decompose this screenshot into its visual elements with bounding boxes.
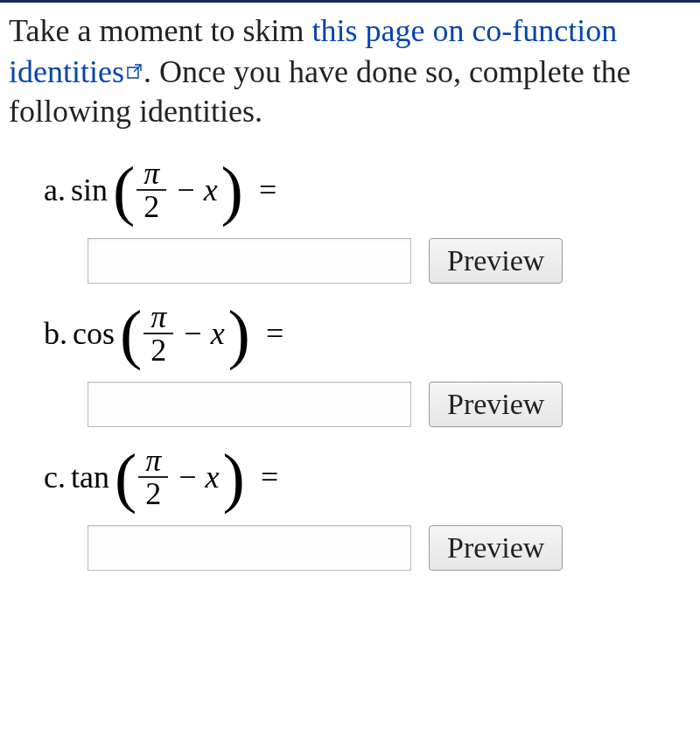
fraction-pi-2: π 2 xyxy=(136,158,166,222)
denominator: 2 xyxy=(138,476,168,509)
preview-button-c[interactable]: Preview xyxy=(429,525,563,571)
equation-b: b. cos ( π 2 − x ) = xyxy=(9,301,691,366)
function-name: cos xyxy=(73,315,115,352)
question-prompt: Take a moment to skim this page on co-fu… xyxy=(9,11,691,131)
answer-row-a: Preview xyxy=(9,238,691,284)
preview-button-a[interactable]: Preview xyxy=(429,238,563,284)
answer-row-b: Preview xyxy=(9,382,691,427)
external-link-icon xyxy=(126,51,144,90)
minus-sign: − xyxy=(184,315,201,352)
answer-row-c: Preview xyxy=(9,525,691,571)
fraction-pi-2: π 2 xyxy=(144,301,173,366)
function-name: sin xyxy=(71,172,108,208)
problem-b: b. cos ( π 2 − x ) = Preview xyxy=(9,301,691,427)
problem-c: c. tan ( π 2 − x ) = Preview xyxy=(9,445,691,571)
open-paren: ( xyxy=(113,160,135,220)
denominator: 2 xyxy=(136,189,166,222)
problem-a: a. sin ( π 2 − x ) = Preview xyxy=(9,158,691,284)
equals-sign: = xyxy=(259,172,276,208)
equals-sign: = xyxy=(266,315,284,352)
numerator: π xyxy=(145,301,172,333)
function-name: tan xyxy=(71,459,109,495)
numerator: π xyxy=(138,158,164,189)
variable-x: x xyxy=(204,172,218,208)
question-content: Take a moment to skim this page on co-fu… xyxy=(0,3,700,602)
variable-x: x xyxy=(211,315,225,352)
open-paren: ( xyxy=(120,304,142,363)
part-label: a. xyxy=(44,172,66,208)
part-label: b. xyxy=(44,315,67,352)
fraction-pi-2: π 2 xyxy=(138,445,168,509)
close-paren: ) xyxy=(221,160,243,220)
part-label: c. xyxy=(44,459,66,495)
minus-sign: − xyxy=(178,459,196,495)
equation-a: a. sin ( π 2 − x ) = xyxy=(9,158,691,222)
numerator: π xyxy=(140,445,166,476)
preview-button-b[interactable]: Preview xyxy=(429,382,563,427)
equals-sign: = xyxy=(261,459,278,495)
answer-input-c[interactable] xyxy=(88,525,411,571)
close-paren: ) xyxy=(228,304,250,363)
open-paren: ( xyxy=(115,447,136,507)
answer-input-b[interactable] xyxy=(88,382,411,427)
prompt-before: Take a moment to skim xyxy=(9,13,312,48)
close-paren: ) xyxy=(223,447,245,507)
variable-x: x xyxy=(206,459,220,495)
answer-input-a[interactable] xyxy=(88,238,411,284)
minus-sign: − xyxy=(177,172,194,208)
equation-c: c. tan ( π 2 − x ) = xyxy=(9,445,691,509)
denominator: 2 xyxy=(144,333,173,366)
